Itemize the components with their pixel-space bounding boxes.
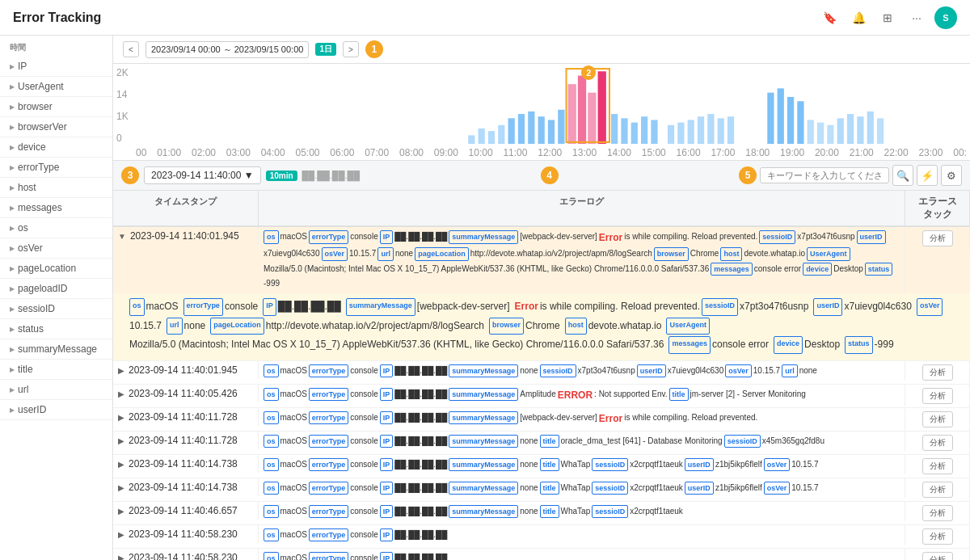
sidebar-item-useragent[interactable]: ▶UserAgent: [0, 77, 112, 97]
bell-icon[interactable]: 🔔: [847, 6, 870, 29]
sidebar-item-osver[interactable]: ▶osVer: [0, 238, 112, 259]
table-row-inner: ▶2023-09-14 11:40:11.728os macOS errorTy…: [113, 432, 970, 454]
sidebar-item-url[interactable]: ▶url: [0, 380, 112, 400]
analyze-button[interactable]: 分析: [922, 505, 953, 521]
time-bar: < 2023/09/14 00:00 ～ 2023/09/15 00:00 1日…: [113, 36, 970, 64]
expand-arrow[interactable]: ▶: [118, 413, 124, 422]
table-row-inner: ▶2023-09-14 11:40:14.738os macOS errorTy…: [113, 478, 970, 501]
svg-rect-21: [677, 123, 684, 144]
analyze-button[interactable]: 分析: [922, 364, 953, 381]
analyze-button[interactable]: 分析: [922, 435, 953, 451]
log-cell: os macOS errorType console IP ██.██.██.█…: [259, 408, 905, 430]
svg-rect-38: [877, 118, 884, 144]
sidebar-item-os[interactable]: ▶os: [0, 218, 112, 238]
sidebar-item-browser[interactable]: ▶browser: [0, 97, 112, 117]
svg-rect-26: [728, 116, 734, 144]
circle-5: 5: [739, 166, 757, 184]
svg-rect-0: [468, 135, 474, 144]
date-filter-dropdown[interactable]: 2023-09-14 11:40:00 ▼: [144, 166, 261, 184]
expand-arrow[interactable]: ▶: [118, 389, 124, 398]
search-area: 5 🔍 ⚡ ⚙: [739, 165, 962, 186]
content-area: < 2023/09/14 00:00 ～ 2023/09/15 00:00 1日…: [113, 36, 970, 560]
sidebar-item-device[interactable]: ▶device: [0, 137, 112, 158]
timestamp-cell: ▶2023-09-14 11:40:01.945: [113, 361, 259, 379]
grid-icon[interactable]: ⊞: [876, 6, 899, 29]
svg-rect-9: [558, 110, 564, 144]
timestamp-cell: ▶2023-09-14 11:40:14.738: [113, 455, 259, 473]
action-cell: 分析: [905, 432, 970, 454]
expand-arrow[interactable]: ▶: [118, 530, 124, 539]
time-badge: 1日: [315, 43, 336, 56]
svg-rect-10: [568, 84, 576, 144]
svg-rect-35: [847, 114, 854, 144]
svg-rect-8: [548, 120, 555, 144]
sidebar-item-userid[interactable]: ▶userID: [0, 400, 112, 420]
analyze-button[interactable]: 分析: [922, 411, 953, 427]
timestamp-cell: ▶2023-09-14 11:40:58.230: [113, 525, 259, 543]
sidebar-item-title[interactable]: ▶title: [0, 360, 112, 380]
sidebar-item-pagelocation[interactable]: ▶pageLocation: [0, 259, 112, 279]
sidebar: 時間 ▶IP▶UserAgent▶browser▶browserVer▶devi…: [0, 36, 113, 560]
svg-rect-12: [588, 93, 596, 144]
sidebar-item-browserver[interactable]: ▶browserVer: [0, 117, 112, 137]
svg-rect-34: [837, 118, 844, 144]
timestamp-cell: ▶2023-09-14 11:40:11.728: [113, 408, 259, 426]
sidebar-item-pageloadid[interactable]: ▶pageloadID: [0, 279, 112, 299]
more-icon[interactable]: ···: [905, 6, 928, 29]
svg-rect-20: [668, 125, 674, 144]
sidebar-item-errortype[interactable]: ▶errorType: [0, 158, 112, 178]
expand-arrow[interactable]: ▶: [118, 366, 124, 375]
svg-rect-17: [631, 123, 638, 144]
analyze-button[interactable]: 分析: [922, 528, 953, 545]
svg-rect-6: [528, 112, 534, 144]
analyze-button[interactable]: 分析: [922, 482, 953, 498]
filter-options-button[interactable]: ⚡: [917, 165, 938, 186]
action-cell: 分析: [905, 525, 970, 548]
table-row: ▶2023-09-14 11:40:11.728os macOS errorTy…: [113, 408, 970, 432]
svg-rect-4: [508, 118, 515, 144]
svg-rect-30: [797, 101, 803, 144]
sidebar-item-sessioid[interactable]: ▶sessioID: [0, 299, 112, 319]
table-row: ▶2023-09-14 11:40:46.657os macOS errorTy…: [113, 502, 970, 525]
sidebar-item-messages[interactable]: ▶messages: [0, 198, 112, 218]
svg-rect-22: [688, 120, 694, 144]
time-range-label: 2023/09/14 00:00 ～ 2023/09/15 00:00: [146, 41, 309, 58]
analyze-button[interactable]: 分析: [922, 458, 953, 474]
table-row-inner: ▶2023-09-14 11:40:05.426os macOS errorTy…: [113, 385, 970, 407]
user-avatar[interactable]: S: [934, 6, 957, 29]
log-cell: os macOS errorType console IP ██.██.██.█…: [259, 549, 905, 560]
analyze-button[interactable]: 分析: [922, 230, 953, 246]
table-row: ▶2023-09-14 11:40:58.230os macOS errorTy…: [113, 549, 970, 560]
bookmark-icon[interactable]: 🔖: [818, 6, 841, 29]
prev-time-button[interactable]: <: [123, 41, 139, 57]
svg-rect-23: [698, 116, 704, 144]
search-input[interactable]: [760, 167, 889, 183]
sidebar-item-host[interactable]: ▶host: [0, 178, 112, 198]
analyze-button[interactable]: 分析: [922, 388, 953, 404]
expand-arrow[interactable]: ▶: [118, 507, 124, 516]
header-icons: 🔖 🔔 ⊞ ··· S: [818, 6, 957, 29]
expand-arrow[interactable]: ▶: [118, 554, 124, 560]
svg-rect-19: [651, 120, 657, 144]
analyze-button[interactable]: 分析: [922, 552, 953, 560]
expand-arrow[interactable]: ▶: [118, 436, 124, 445]
th-log: エラーログ: [259, 191, 905, 225]
svg-rect-7: [538, 116, 545, 144]
expand-arrow[interactable]: ▶: [118, 460, 124, 469]
sidebar-item-summarymessage[interactable]: ▶summaryMessage: [0, 339, 112, 360]
th-timestamp: タイムスタンプ: [113, 191, 259, 225]
filter-bar: 3 2023-09-14 11:40:00 ▼ 10min ██.██.██.█…: [113, 161, 970, 191]
next-time-button[interactable]: >: [343, 41, 359, 57]
app-title: Error Tracking: [13, 11, 101, 25]
sidebar-item-ip[interactable]: ▶IP: [0, 57, 112, 77]
action-cell: 分析: [905, 549, 970, 560]
settings-button[interactable]: ⚙: [941, 165, 962, 186]
svg-rect-16: [621, 118, 627, 144]
search-button[interactable]: 🔍: [892, 165, 913, 186]
sidebar-item-status[interactable]: ▶status: [0, 319, 112, 339]
svg-rect-28: [778, 88, 784, 144]
circle-3: 3: [121, 166, 139, 184]
expand-arrow[interactable]: ▼: [118, 232, 126, 241]
expand-arrow[interactable]: ▶: [118, 483, 124, 492]
interval-badge: 10min: [266, 171, 297, 181]
